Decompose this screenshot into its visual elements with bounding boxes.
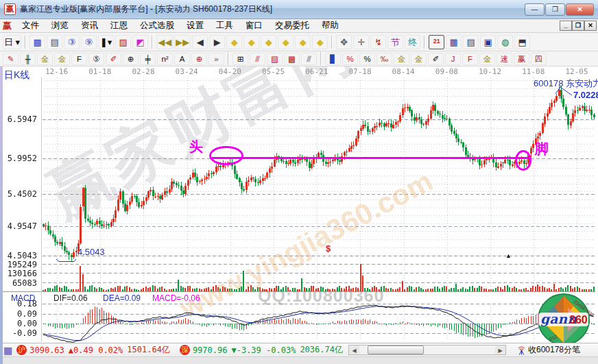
menu-item-trade-entrust[interactable]: 交易委托 xyxy=(269,19,315,32)
foot-ellipse-drawing[interactable] xyxy=(515,150,531,171)
percent-retrace-2-button[interactable]: % xyxy=(359,53,375,65)
menu-item-news[interactable]: 资讯 xyxy=(75,19,104,32)
speed-resistance-button[interactable]: 速 xyxy=(497,53,512,65)
menu-item-file[interactable]: 文件 xyxy=(16,19,45,32)
child-minimize-button[interactable]: _ xyxy=(560,21,572,31)
next-bar-button[interactable]: ▶ xyxy=(209,35,225,49)
gold-section-2-button[interactable]: 金 xyxy=(411,53,427,65)
volume-profile-button[interactable]: ▊ xyxy=(325,53,341,65)
draw-pen-button[interactable]: ✎ xyxy=(3,53,19,65)
gann-diamond-6-button[interactable]: ◆ xyxy=(312,35,328,49)
menu-item-help[interactable]: 帮助 xyxy=(315,19,345,32)
gann-diamond-3-button[interactable]: ◆ xyxy=(261,35,276,49)
gann-diamond-1-button[interactable]: ◆ xyxy=(226,35,242,49)
stock-code-label: 600178 东安动力 xyxy=(534,77,598,90)
gold-trend-line-button[interactable]: 金 xyxy=(479,53,495,65)
scroll-right-arrow[interactable]: ▶ xyxy=(495,345,505,354)
price-grid-button[interactable]: ╪ xyxy=(140,53,156,65)
head-annotation-label[interactable]: 头 xyxy=(189,138,203,156)
tick-view-label[interactable]: 收600178分笔 xyxy=(528,344,580,356)
four-line-tool-button[interactable]: 四 xyxy=(531,53,547,65)
pan-hand-tool-button[interactable]: ✥ xyxy=(336,35,352,49)
child-close-button[interactable]: ✕ xyxy=(584,21,597,31)
end-marker-button[interactable]: 终 xyxy=(405,35,420,49)
sz-index-change: ▼-3.39 -0.03% xyxy=(231,345,296,355)
neckline-drawing[interactable] xyxy=(212,157,529,159)
menu-item-browse[interactable]: 浏览 xyxy=(45,19,75,32)
calculator-button[interactable]: ▦ xyxy=(446,35,462,49)
sz-index-value: 9970.96 xyxy=(193,345,228,355)
angle-pen-button[interactable]: ✐ xyxy=(428,53,444,65)
foot-annotation-label[interactable]: 脚 xyxy=(535,140,549,158)
square-of-nine-button[interactable]: n² xyxy=(157,53,173,65)
date-axis-label: 02-28 xyxy=(132,67,154,76)
box-tool-button[interactable]: ⊞ xyxy=(232,53,248,65)
panel-label-daily-kline[interactable]: 日K线 xyxy=(4,69,29,82)
scroll-left-arrow[interactable]: ◀ xyxy=(349,345,359,354)
more-tools-button[interactable]: » xyxy=(208,53,224,65)
chip-panel-button[interactable]: ▩ xyxy=(29,35,45,49)
macd-indicator-label[interactable]: MACD xyxy=(11,293,35,303)
candle-style-dropdown-button[interactable]: ❚▾ xyxy=(98,35,114,49)
gann-diamond-4-button[interactable]: ◆ xyxy=(278,35,294,49)
crosshair-tool-button[interactable]: ✛ xyxy=(353,35,369,49)
shade-grid-1-button[interactable]: ▨ xyxy=(267,53,283,65)
percent-retrace-1-button[interactable]: % xyxy=(342,53,358,65)
toolbar-separator xyxy=(228,52,229,65)
shenzhen-badge-icon: 深 xyxy=(180,345,190,355)
menu-item-gann[interactable]: 江恩 xyxy=(104,19,134,32)
menu-item-window[interactable]: 窗口 xyxy=(239,19,269,32)
gann-wheel-button[interactable]: ⊕ xyxy=(123,53,139,65)
minimize-button[interactable]: — xyxy=(525,3,545,16)
menu-item-tools[interactable]: 工具 xyxy=(210,19,239,32)
prev-bar-button[interactable]: ◀ xyxy=(192,35,208,49)
gann360-logo: 234567890 0123456789 gann 360 xyxy=(531,293,597,343)
fibonacci-grid-button[interactable]: F xyxy=(71,53,87,65)
percent-lines-button[interactable]: ‰ xyxy=(376,53,392,65)
target-circle-button[interactable]: ⊕ xyxy=(191,53,207,65)
maximize-button[interactable]: ❐ xyxy=(545,3,565,16)
speed-lines-button[interactable]: ⫻ xyxy=(301,53,317,65)
menu-item-formula-stock-pick[interactable]: 公式选股 xyxy=(134,19,180,32)
first-page-button[interactable]: ◀◀ xyxy=(156,35,173,49)
scrollbar-thumb[interactable] xyxy=(368,345,424,354)
grid-9-chart-button[interactable]: ⑨ xyxy=(81,35,97,49)
close-button[interactable]: ✕ xyxy=(566,3,594,16)
f10-info-button[interactable]: ▤ xyxy=(47,35,62,49)
gold-section-1-button[interactable]: 金 xyxy=(394,53,409,65)
child-restore-button[interactable]: ❐ xyxy=(572,21,584,31)
sh-index-change: ▲0.49 0.02% xyxy=(69,345,123,355)
gold-grid-1-button[interactable]: 金 xyxy=(37,53,53,65)
festival-marker-button[interactable]: 节 xyxy=(387,35,403,49)
period-daily-dropdown-button[interactable]: 日 ▾ xyxy=(3,35,21,49)
head-ellipse-drawing[interactable] xyxy=(209,146,243,165)
shade-grid-2-button[interactable]: ▩ xyxy=(284,53,300,65)
text-label-tool-button[interactable]: A xyxy=(174,53,190,65)
kline-chart-canvas[interactable] xyxy=(0,66,598,343)
notepad-button[interactable]: ▤ xyxy=(463,35,479,49)
five-section-grid-button[interactable]: ⑤ xyxy=(88,53,104,65)
menu-item-settings[interactable]: 设置 xyxy=(180,19,210,32)
draw-pen-2-button[interactable]: ✐ xyxy=(106,53,121,65)
key-point-tool-button[interactable]: ↯ xyxy=(370,35,386,49)
gann-grid-button[interactable]: ╫ xyxy=(20,53,36,65)
horizontal-scrollbar[interactable]: ◀ ▶ xyxy=(348,345,506,355)
gann-fan-button[interactable]: ⫻ xyxy=(250,53,265,65)
f-trend-line-button[interactable]: F xyxy=(462,53,478,65)
colored-kline-button[interactable]: ◩ xyxy=(132,35,148,49)
chip-distribution-button[interactable]: ▨ xyxy=(115,35,131,49)
volume-axis-label: 65083 xyxy=(0,278,37,288)
quote-grid-icon[interactable]: ▦ xyxy=(3,345,12,356)
remote-pc-button[interactable]: ⬒ xyxy=(514,35,530,49)
yingjia-tool-button[interactable]: 赢 xyxy=(514,53,529,65)
gann-diamond-2-button[interactable]: ◆ xyxy=(243,35,259,49)
web-link-button[interactable]: ◍ xyxy=(497,35,513,49)
calendar-21-button[interactable]: 21 xyxy=(429,35,444,49)
gold-grid-2-button[interactable]: 金 xyxy=(54,53,70,65)
grid-3-chart-button[interactable]: ③ xyxy=(64,35,80,49)
save-chart-button[interactable]: ▣ xyxy=(480,35,496,49)
scrollbar-track[interactable] xyxy=(359,345,495,354)
gann-diamond-5-button[interactable]: ◆ xyxy=(295,35,311,49)
last-page-button[interactable]: ▶▶ xyxy=(174,35,191,49)
j-trend-line-button[interactable]: J xyxy=(445,53,461,65)
